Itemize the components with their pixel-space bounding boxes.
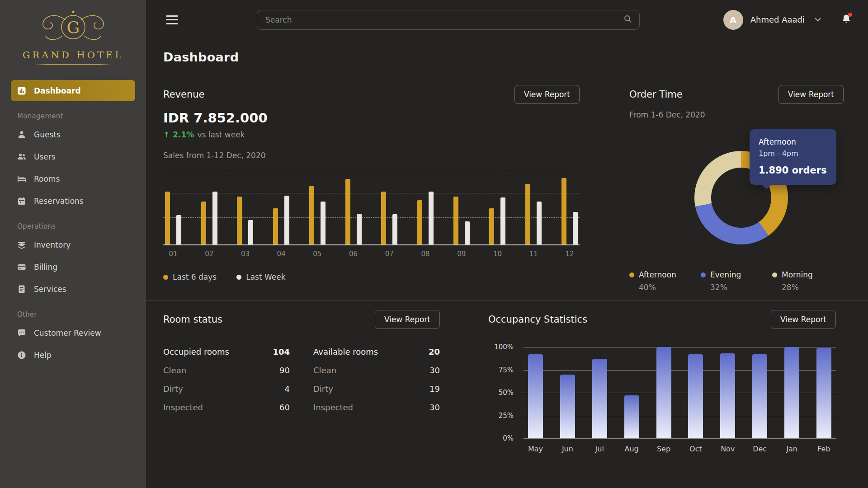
revenue-bar (465, 221, 470, 244)
revenue-bar (357, 214, 362, 244)
table-cell: 60 (244, 403, 290, 412)
legend-dot (629, 272, 634, 277)
table-cell: 30 (394, 403, 440, 412)
occupancy-y-tick: 50% (499, 389, 514, 397)
revenue-bar (165, 192, 170, 244)
notifications-button[interactable] (841, 14, 852, 26)
sidebar: G GRAND HOTEL Dashboard Management Guest… (0, 0, 146, 488)
revenue-bar (248, 220, 253, 244)
table-cell: Inspected (163, 403, 244, 412)
user-menu[interactable]: A Ahmed Aaadi (723, 10, 821, 30)
occupancy-bar (784, 347, 799, 438)
sidebar-item-label: Rooms (34, 174, 60, 183)
sidebar-group-title: Operations (17, 222, 146, 230)
search-input[interactable] (257, 10, 640, 30)
sidebar-item-rooms[interactable]: Rooms (11, 168, 135, 189)
occupancy-bar (528, 354, 543, 438)
revenue-bar (489, 208, 494, 244)
occupancy-x-tick: Jul (592, 445, 607, 453)
revenue-chart: 010203040506070809101112 (163, 171, 580, 258)
person-icon (17, 130, 26, 139)
revenue-bar-group (237, 171, 253, 244)
revenue-x-tick: 01 (165, 250, 181, 258)
revenue-bar (321, 202, 326, 244)
revenue-bar-group (273, 171, 289, 244)
sidebar-item-customer-review[interactable]: Customer Review (11, 322, 135, 343)
divider (163, 482, 440, 482)
sidebar-item-label: Users (34, 152, 56, 161)
revenue-bar-group (561, 171, 578, 244)
avatar[interactable]: A (723, 10, 743, 30)
sidebar-item-help[interactable]: Help (11, 344, 135, 366)
revenue-bar-group (417, 171, 434, 244)
table-cell: Inspected (313, 403, 394, 412)
sidebar-item-reservations[interactable]: Reservations (11, 190, 135, 211)
occupancy-bars (524, 347, 836, 438)
order-donut-area: Afternoon 1pm - 4pm 1.890 orders (629, 128, 844, 264)
sidebar-item-inventory[interactable]: Inventory (11, 234, 135, 255)
occupancy-x-tick: Oct (688, 445, 703, 453)
revenue-x-tick: 04 (273, 250, 289, 258)
logo-monogram: G (66, 18, 80, 37)
occupancy-plot (524, 347, 836, 438)
gridline (163, 217, 580, 218)
revenue-bar-group (345, 171, 362, 244)
sidebar-item-label: Services (34, 285, 66, 294)
legend-percent: 32% (710, 283, 772, 292)
occupancy-x-tick: Nov (720, 445, 735, 453)
legend-percent: 40% (639, 283, 701, 292)
sidebar-item-label: Guests (34, 130, 61, 139)
sidebar-item-services[interactable]: Services (11, 278, 135, 300)
occupancy-x-tick: May (528, 445, 543, 453)
revenue-bar-group (165, 171, 181, 244)
occupancy-bar (592, 359, 607, 438)
sidebar-item-users[interactable]: Users (11, 146, 135, 167)
logo-crest-icon: G (30, 8, 116, 47)
sidebar-nav: Dashboard Management Guests Users Rooms (0, 79, 146, 488)
logo-rule (35, 64, 112, 65)
dashboard-icon (17, 86, 26, 95)
occupancy-x-tick: Jun (560, 445, 575, 453)
order-time-title: Order Time (629, 89, 683, 100)
revenue-x-tick: 03 (237, 250, 253, 258)
sidebar-item-label: Billing (34, 263, 57, 272)
sidebar-item-billing[interactable]: Billing (11, 256, 135, 277)
occupancy-x-tick: Sep (656, 445, 671, 453)
table-cell: 4 (244, 384, 290, 394)
occupancy-x-tick: Dec (752, 445, 767, 453)
revenue-x-tick: 10 (489, 250, 505, 258)
occupancy-bar (752, 354, 767, 438)
revenue-bar (573, 212, 578, 244)
room-status-view-report-button[interactable]: View Report (375, 310, 440, 329)
sidebar-item-guests[interactable]: Guests (11, 124, 135, 145)
hamburger-menu-icon[interactable] (166, 15, 178, 24)
legend-label: Last 6 days (173, 272, 217, 282)
legend-item: Last 6 days (163, 272, 217, 282)
search-icon[interactable] (623, 14, 632, 25)
gridline (163, 171, 580, 171)
legend-label: Last Week (246, 272, 285, 282)
revenue-bar (561, 178, 566, 244)
occupancy-y-axis: 100%75%50%25%0% (488, 347, 514, 438)
revenue-bar (381, 192, 386, 244)
revenue-bar (237, 197, 242, 244)
chevron-down-icon[interactable] (815, 16, 821, 23)
revenue-x-tick: 09 (453, 250, 470, 258)
revenue-bar (273, 208, 278, 244)
revenue-bar (500, 197, 505, 244)
revenue-x-tick: 11 (525, 250, 542, 258)
sidebar-item-label: Help (34, 351, 52, 360)
occupancy-view-report-button[interactable]: View Report (771, 310, 836, 329)
table-cell: Clean (163, 366, 244, 375)
order-time-view-report-button[interactable]: View Report (778, 85, 844, 104)
sidebar-item-dashboard[interactable]: Dashboard (11, 80, 135, 101)
revenue-view-report-button[interactable]: View Report (514, 85, 580, 104)
occupancy-bar (720, 353, 735, 438)
brand-logo: G GRAND HOTEL (0, 0, 146, 67)
chat-bubble-icon (17, 328, 26, 338)
revenue-bar (176, 215, 181, 244)
info-icon (17, 351, 26, 360)
revenue-x-tick: 06 (345, 250, 362, 258)
brand-name: GRAND HOTEL (5, 50, 142, 61)
revenue-bars (163, 171, 580, 245)
